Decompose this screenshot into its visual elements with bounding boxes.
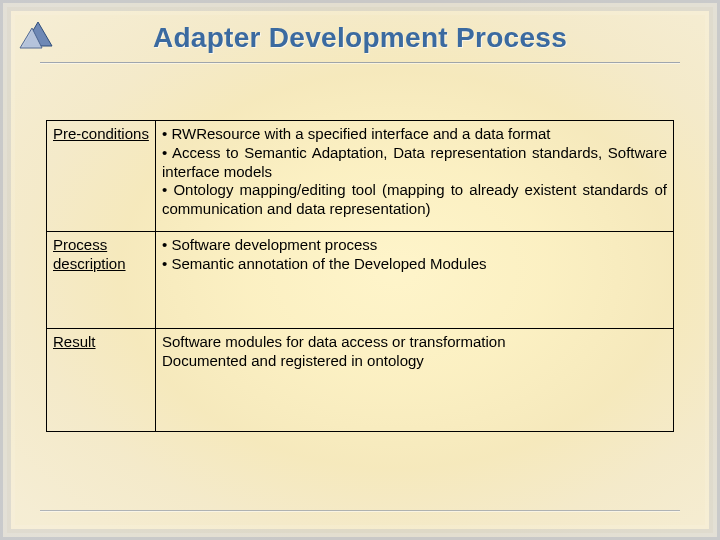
row-body-result: Software modules for data access or tran… [156,329,674,432]
row-label-process: Process description [47,232,156,329]
process-table: Pre-conditions • RWResource with a speci… [46,120,674,432]
row-body-preconditions: • RWResource with a specified interface … [156,121,674,232]
slide: Adapter Development Process Pre-conditio… [0,0,720,540]
row-label-preconditions: Pre-conditions [47,121,156,232]
table-row: Result Software modules for data access … [47,329,674,432]
footer-divider [40,510,680,512]
row-label-result: Result [47,329,156,432]
table-row: Process description • Software developme… [47,232,674,329]
page-title: Adapter Development Process [0,22,720,54]
table-row: Pre-conditions • RWResource with a speci… [47,121,674,232]
header: Adapter Development Process [0,22,720,54]
row-body-process: • Software development process• Semantic… [156,232,674,329]
header-divider [40,62,680,64]
